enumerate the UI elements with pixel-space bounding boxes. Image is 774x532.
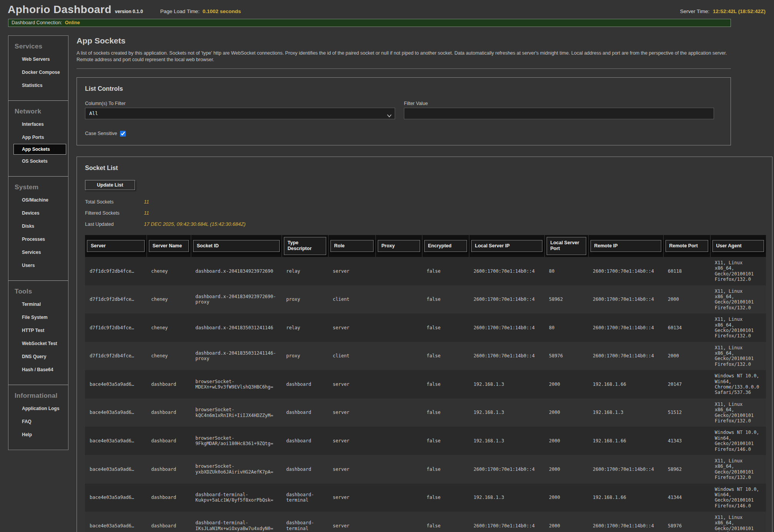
column-header-proxy[interactable]: Proxy (375, 235, 422, 257)
cell-user-agent: Windows NT 10.0, Win64, Gecko/20100101 F… (710, 427, 766, 455)
column-header-user-agent[interactable]: User Agent (710, 235, 766, 257)
sidebar-item-websocket-test[interactable]: WebSocket Test (8, 337, 68, 350)
cell-server: bace4e03a5a9ad6… (85, 484, 147, 512)
cell-local-server-port: 2000 (544, 455, 588, 484)
sidebar-item-help[interactable]: Help (8, 428, 68, 441)
sidebar-item-app-ports[interactable]: App Ports (8, 131, 68, 144)
main-content: App Sockets A list of sockets created by… (77, 35, 774, 532)
column-header-server[interactable]: Server (85, 235, 147, 257)
stat-value: 17 DEC 2025, 09:42:30.684L (15:42:30.684… (144, 221, 245, 227)
sidebar-item-terminal[interactable]: Terminal (8, 298, 68, 311)
cell-remote-port: 60118 (663, 257, 710, 285)
column-header-encrypted[interactable]: Encrypted (422, 235, 469, 257)
cell-server: d7f1dc9f2db4fce… (85, 314, 147, 342)
cell-remote-ip: 192.168.1.66 (588, 427, 663, 455)
sidebar-item-http-test[interactable]: HTTP Test (8, 324, 68, 337)
sidebar-item-disks[interactable]: Disks (8, 220, 68, 233)
sidebar-item-application-logs[interactable]: Application Logs (8, 402, 68, 415)
cell-type-descriptor: dashboard (282, 427, 328, 455)
column-header-label: Socket ID (193, 240, 280, 252)
cell-server-name: dashboard (147, 512, 191, 532)
sidebar-item-os-sockets[interactable]: OS Sockets (8, 155, 68, 168)
cell-remote-port: 60134 (663, 314, 710, 342)
sidebar-item-faq[interactable]: FAQ (8, 415, 68, 428)
cell-type-descriptor: dashboard (282, 399, 328, 427)
sidebar-item-interfaces[interactable]: Interfaces (8, 118, 68, 131)
cell-local-server-port: 2000 (544, 370, 588, 399)
stat-value: 11 (144, 199, 149, 205)
column-filter-selected-value: All (89, 110, 98, 116)
cell-proxy (375, 484, 422, 512)
column-header-server-name[interactable]: Server Name (147, 235, 191, 257)
cell-remote-port: 58976 (663, 512, 710, 532)
column-filter-field: Column(s) To Filter All (85, 101, 395, 119)
sidebar-section-services: ServicesWeb ServersDocker ComposeStatist… (8, 36, 68, 100)
cell-local-server-port: 80 (544, 257, 588, 285)
table-row: d7f1dc9f2db4fce…cheneydashboard.x-204183… (85, 342, 766, 370)
cell-socket-id: browserSocket-MDEXn+wL9v3fW9EVlshQ3HBC6h… (191, 370, 282, 399)
sidebar-item-dns-query[interactable]: DNS Query (8, 350, 68, 363)
cell-local-server-port: 2000 (544, 399, 588, 427)
cell-user-agent: X11, Linux x86_64, Gecko/20100101 Firefo… (710, 314, 766, 342)
cell-role: server (328, 399, 375, 427)
connection-label: Dashboard Connection: (12, 20, 62, 25)
cell-socket-id: dashboard-terminal-IKsJLaN1Mx+wiOxyaBw7u… (191, 512, 282, 532)
sidebar-item-os-machine[interactable]: OS/Machine (8, 193, 68, 207)
cell-type-descriptor: proxy (282, 342, 328, 370)
cell-socket-id: dashboard.x-2041834923972690-proxy (191, 285, 282, 314)
column-header-remote-ip[interactable]: Remote IP (588, 235, 663, 257)
sidebar-item-hash-base64[interactable]: Hash / Base64 (8, 363, 68, 376)
update-list-button[interactable]: Update List (85, 180, 135, 190)
cell-remote-ip: 192.168.1.3 (588, 399, 663, 427)
sidebar-item-devices[interactable]: Devices (8, 207, 68, 220)
sidebar-item-services[interactable]: Services (8, 246, 68, 259)
cell-local-server-port: 2000 (544, 484, 588, 512)
cell-server-name: dashboard (147, 399, 191, 427)
page-load-value: 0.1002 seconds (202, 8, 241, 14)
cell-socket-id: browserSocket-yxbXDZUk0o6JAirivHG2AefK7p… (191, 455, 282, 484)
sidebar-item-file-system[interactable]: File System (8, 311, 68, 324)
column-header-type-descriptor[interactable]: Type Descriptor (282, 235, 328, 257)
cell-socket-id: browserSocket-9FkgMDAR/aoi180Hc8361+9ZQt… (191, 427, 282, 455)
cell-server: bace4e03a5a9ad6… (85, 427, 147, 455)
cell-role: server (328, 257, 375, 285)
column-header-local-server-ip[interactable]: Local Server IP (469, 235, 544, 257)
cell-local-server-ip: 192.168.1.3 (469, 484, 544, 512)
column-header-label: Remote Port (666, 240, 708, 252)
sidebar-item-web-servers[interactable]: Web Servers (8, 53, 68, 66)
cell-encrypted: false (422, 455, 469, 484)
filter-value-field: Filter Value (404, 101, 714, 119)
cell-remote-port: 58962 (663, 455, 710, 484)
sidebar-section-informational: InformationalApplication LogsFAQHelp (8, 385, 68, 450)
column-header-local-server-port[interactable]: Local Server Port (544, 235, 588, 257)
stat-filtered-sockets: Filtered Sockets11 (85, 207, 764, 218)
column-header-role[interactable]: Role (328, 235, 375, 257)
cell-type-descriptor: proxy (282, 285, 328, 314)
sidebar-item-statistics[interactable]: Statistics (8, 79, 68, 92)
sidebar-section-title: Network (8, 106, 68, 118)
column-header-socket-id[interactable]: Socket ID (191, 235, 282, 257)
cell-type-descriptor: dashboard (282, 370, 328, 399)
column-header-remote-port[interactable]: Remote Port (663, 235, 710, 257)
filter-value-input[interactable] (404, 108, 714, 119)
case-sensitive-checkbox[interactable] (120, 131, 126, 137)
cell-user-agent: X11, Linux x86_64, Gecko/20100101 Firefo… (710, 399, 766, 427)
sidebar-item-processes[interactable]: Processes (8, 233, 68, 246)
table-row: bace4e03a5a9ad6…dashboarddashboard-termi… (85, 512, 766, 532)
table-row: bace4e03a5a9ad6…dashboardbrowserSocket-9… (85, 427, 766, 455)
sidebar-item-users[interactable]: Users (8, 259, 68, 272)
app-title: Aphorio Dashboard (8, 3, 112, 16)
list-controls-title: List Controls (85, 85, 722, 92)
cell-local-server-port: 58962 (544, 285, 588, 314)
page-load-time: Page Load Time: 0.1002 seconds (160, 8, 241, 14)
cell-remote-ip: 192.168.1.66 (588, 370, 663, 399)
cell-server-name: cheney (147, 285, 191, 314)
cell-server: bace4e03a5a9ad6… (85, 512, 147, 532)
sidebar-item-docker-compose[interactable]: Docker Compose (8, 66, 68, 79)
column-filter-select[interactable]: All (85, 108, 395, 119)
cell-type-descriptor: relay (282, 257, 328, 285)
cell-remote-port: 2000 (663, 285, 710, 314)
cell-socket-id: dashboard-terminal-Kukpv+5aLc1W/8yf5f8xo… (191, 484, 282, 512)
stat-total-sockets: Total Sockets11 (85, 196, 764, 207)
sidebar-item-app-sockets[interactable]: App Sockets (13, 144, 66, 155)
